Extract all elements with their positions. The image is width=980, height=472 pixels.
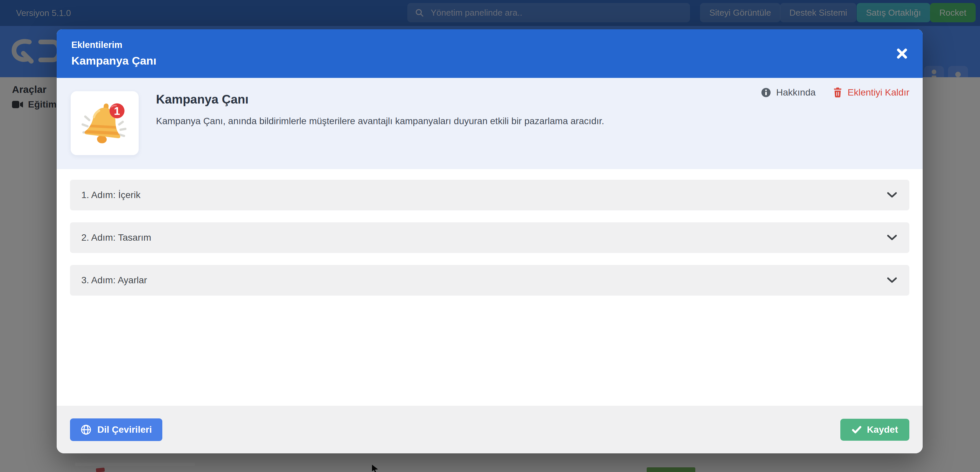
check-icon xyxy=(852,425,862,434)
close-button[interactable] xyxy=(892,44,912,63)
chevron-down-icon xyxy=(887,234,897,241)
accordion-step-content[interactable]: 1. Adım: İçerik xyxy=(70,180,909,211)
save-label: Kaydet xyxy=(867,424,898,435)
plugin-hero-section: 1 Kampanya Çanı Kampanya Çanı, anında bi… xyxy=(57,78,923,169)
plugin-description: Kampanya Çanı, anında bildirimlerle müşt… xyxy=(156,116,605,127)
bell-icon: 1 xyxy=(78,97,131,149)
about-button[interactable]: Hakkında xyxy=(761,87,816,98)
notification-badge-count: 1 xyxy=(114,105,120,117)
step-label: 2. Adım: Tasarım xyxy=(81,232,151,243)
plugin-actions: Hakkında Eklentiyi Kaldır xyxy=(761,87,909,98)
modal-header: Eklentilerim Kampanya Çanı xyxy=(57,29,923,78)
remove-plugin-button[interactable]: Eklentiyi Kaldır xyxy=(833,87,909,98)
trash-icon xyxy=(833,87,842,98)
about-label: Hakkında xyxy=(776,87,816,98)
save-button[interactable]: Kaydet xyxy=(840,419,909,441)
translations-label: Dil Çevirileri xyxy=(97,424,152,435)
close-icon xyxy=(896,48,908,60)
modal-body: 1. Adım: İçerik 2. Adım: Tasarım 3. Adım… xyxy=(57,169,923,406)
plugin-icon-card: 1 xyxy=(71,91,138,155)
plugin-name: Kampanya Çanı xyxy=(156,92,605,106)
modal-footer: Dil Çevirileri Kaydet xyxy=(57,406,923,453)
plugin-settings-modal: Eklentilerim Kampanya Çanı xyxy=(57,29,923,453)
modal-title: Kampanya Çanı xyxy=(72,54,908,67)
info-circle-icon xyxy=(761,87,771,98)
language-translations-button[interactable]: Dil Çevirileri xyxy=(70,418,162,441)
step-label: 1. Adım: İçerik xyxy=(81,190,140,200)
accordion-step-design[interactable]: 2. Adım: Tasarım xyxy=(70,222,909,253)
breadcrumb: Eklentilerim xyxy=(72,40,908,50)
step-label: 3. Adım: Ayarlar xyxy=(81,275,147,286)
plugin-info: Kampanya Çanı Kampanya Çanı, anında bild… xyxy=(156,91,605,169)
remove-plugin-label: Eklentiyi Kaldır xyxy=(848,87,909,98)
chevron-down-icon xyxy=(887,277,897,284)
chevron-down-icon xyxy=(887,192,897,198)
accordion-step-settings[interactable]: 3. Adım: Ayarlar xyxy=(70,265,909,296)
globe-icon xyxy=(81,424,91,435)
